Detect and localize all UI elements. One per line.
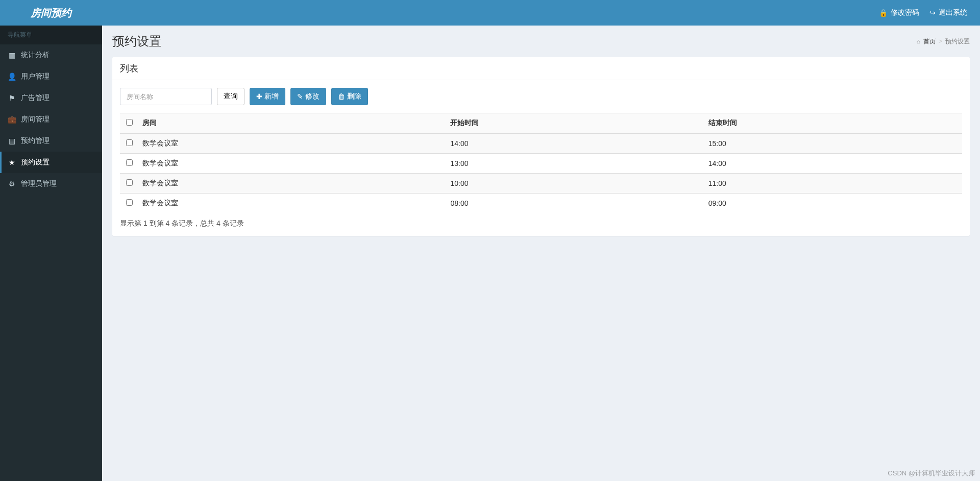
delete-button-label: 删除 — [347, 92, 361, 101]
row-checkbox[interactable] — [126, 179, 133, 186]
row-checkbox-cell — [120, 194, 138, 213]
cell-room: 数学会议室 — [138, 154, 446, 174]
query-button[interactable]: 查询 — [217, 88, 244, 105]
table-row[interactable]: 数学会议室13:0014:00 — [120, 154, 962, 174]
sidebar-item-label: 统计分析 — [21, 51, 50, 60]
cell-room: 数学会议室 — [138, 194, 446, 213]
cell-room: 数学会议室 — [138, 133, 446, 154]
sidebar-item-label: 管理员管理 — [21, 179, 57, 188]
cell-room: 数学会议室 — [138, 174, 446, 194]
breadcrumb-home[interactable]: 首页 — [923, 37, 936, 46]
room-name-input[interactable] — [120, 88, 212, 105]
sidebar-item-4[interactable]: ▤预约管理 — [0, 130, 102, 152]
bar-chart-icon: ▥ — [8, 51, 16, 59]
cell-start: 10:00 — [446, 174, 704, 194]
edit-button-label: 修改 — [305, 92, 320, 101]
sidebar: 导航菜单 ▥统计分析👤用户管理⚑广告管理💼房间管理▤预约管理★预约设置⚙管理员管… — [0, 26, 102, 481]
logout-link[interactable]: ↪ 退出系统 — [929, 8, 967, 17]
star-icon: ★ — [8, 158, 16, 166]
content-header: 预约设置 ⌂ 首页 > 预约设置 — [102, 26, 980, 57]
table-row[interactable]: 数学会议室14:0015:00 — [120, 133, 962, 154]
row-checkbox-cell — [120, 133, 138, 154]
list-panel: 列表 查询 ✚ 新增 ✎ 修改 🗑 删除 — [112, 57, 970, 236]
sidebar-item-2[interactable]: ⚑广告管理 — [0, 87, 102, 109]
change-password-link[interactable]: 🔒 修改密码 — [879, 8, 919, 17]
panel-title: 列表 — [112, 57, 970, 80]
add-button-label: 新增 — [264, 92, 279, 101]
delete-button[interactable]: 🗑 删除 — [331, 88, 368, 105]
sidebar-item-0[interactable]: ▥统计分析 — [0, 44, 102, 66]
page-title: 预约设置 — [112, 33, 161, 50]
cell-end: 11:00 — [704, 174, 962, 194]
col-end[interactable]: 结束时间 — [704, 113, 962, 134]
breadcrumb: ⌂ 首页 > 预约设置 — [917, 37, 970, 46]
breadcrumb-separator: > — [939, 38, 942, 45]
select-all-checkbox[interactable] — [126, 119, 133, 126]
pagination-info: 显示第 1 到第 4 条记录，总共 4 条记录 — [120, 219, 962, 228]
table-row[interactable]: 数学会议室08:0009:00 — [120, 194, 962, 213]
plus-icon: ✚ — [256, 92, 262, 101]
trash-icon: 🗑 — [338, 92, 345, 101]
file-icon: ▤ — [8, 137, 16, 145]
cell-start: 08:00 — [446, 194, 704, 213]
cell-end: 15:00 — [704, 133, 962, 154]
nav-header: 导航菜单 — [0, 26, 102, 44]
user-icon: 👤 — [8, 73, 16, 81]
toolbar: 查询 ✚ 新增 ✎ 修改 🗑 删除 — [120, 88, 962, 105]
main-content: 预约设置 ⌂ 首页 > 预约设置 列表 查询 ✚ 新增 ✎ — [102, 26, 980, 481]
nav-list: ▥统计分析👤用户管理⚑广告管理💼房间管理▤预约管理★预约设置⚙管理员管理 — [0, 44, 102, 195]
breadcrumb-current: 预约设置 — [945, 37, 970, 46]
edit-icon: ✎ — [297, 92, 303, 101]
cell-start: 13:00 — [446, 154, 704, 174]
col-room[interactable]: 房间 — [138, 113, 446, 134]
home-icon: ⌂ — [917, 38, 920, 45]
sidebar-item-label: 房间管理 — [21, 115, 50, 124]
sidebar-item-1[interactable]: 👤用户管理 — [0, 66, 102, 87]
brand-logo[interactable]: 房间预约 — [0, 0, 102, 26]
logout-label: 退出系统 — [939, 8, 967, 17]
data-table: 房间 开始时间 结束时间 数学会议室14:0015:00数学会议室13:0014… — [120, 113, 962, 213]
cell-start: 14:00 — [446, 133, 704, 154]
lock-icon: 🔒 — [879, 9, 888, 17]
header-checkbox-cell — [120, 113, 138, 134]
sidebar-item-6[interactable]: ⚙管理员管理 — [0, 173, 102, 195]
change-password-label: 修改密码 — [891, 8, 919, 17]
row-checkbox[interactable] — [126, 199, 133, 206]
row-checkbox-cell — [120, 174, 138, 194]
gear-icon: ⚙ — [8, 180, 16, 188]
sidebar-item-label: 用户管理 — [21, 72, 50, 81]
row-checkbox-cell — [120, 154, 138, 174]
table-row[interactable]: 数学会议室10:0011:00 — [120, 174, 962, 194]
sidebar-item-label: 预约设置 — [21, 158, 50, 167]
add-button[interactable]: ✚ 新增 — [250, 88, 285, 105]
top-bar: 房间预约 🔒 修改密码 ↪ 退出系统 — [0, 0, 980, 26]
row-checkbox[interactable] — [126, 139, 133, 146]
sidebar-item-label: 广告管理 — [21, 93, 50, 103]
flag-icon: ⚑ — [8, 94, 16, 102]
top-right-menu: 🔒 修改密码 ↪ 退出系统 — [879, 8, 980, 17]
sidebar-item-5[interactable]: ★预约设置 — [0, 152, 102, 173]
sidebar-item-3[interactable]: 💼房间管理 — [0, 109, 102, 130]
logout-icon: ↪ — [929, 9, 936, 17]
edit-button[interactable]: ✎ 修改 — [290, 88, 326, 105]
col-start[interactable]: 开始时间 — [446, 113, 704, 134]
panel-body: 查询 ✚ 新增 ✎ 修改 🗑 删除 — [112, 80, 970, 236]
cell-end: 09:00 — [704, 194, 962, 213]
sidebar-item-label: 预约管理 — [21, 136, 50, 146]
row-checkbox[interactable] — [126, 159, 133, 166]
table-header-row: 房间 开始时间 结束时间 — [120, 113, 962, 134]
briefcase-icon: 💼 — [8, 115, 16, 124]
cell-end: 14:00 — [704, 154, 962, 174]
